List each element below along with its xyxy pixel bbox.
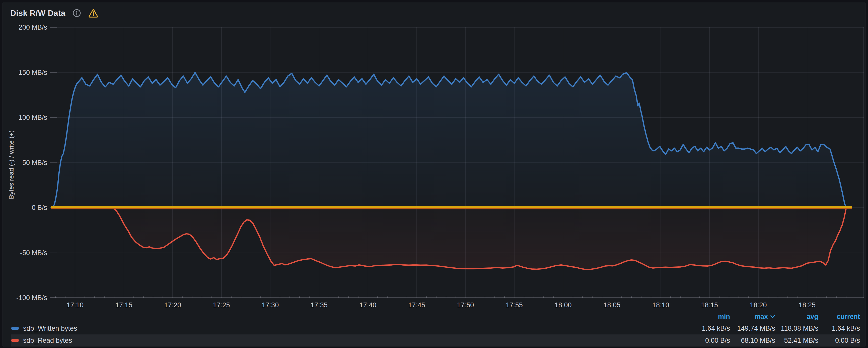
x-tick-label: 17:25 <box>204 301 239 309</box>
x-tick-label: 17:50 <box>448 301 483 309</box>
x-tick-label: 17:15 <box>106 301 142 309</box>
y-tick-label: 150 MB/s <box>19 69 47 76</box>
y-tick-label: 0 B/s <box>32 204 47 211</box>
legend-header-label: min <box>718 313 730 321</box>
x-tick-label: 17:45 <box>399 301 434 309</box>
warning-triangle-icon[interactable] <box>88 8 99 18</box>
panel-title[interactable]: Disk R/W Data <box>10 8 65 18</box>
legend-row-read[interactable]: sdb_Read bytes 0.00 B/s 68.10 MB/s 52.41… <box>11 335 860 347</box>
y-tick-label: 50 MB/s <box>22 159 47 167</box>
series-color-swatch <box>11 339 19 342</box>
grafana-page: Disk R/W Data Bytes read (-) / write (+)… <box>0 0 868 348</box>
legend-header-label: max <box>754 313 768 321</box>
legend-value-min: 1.64 kB/s <box>685 325 730 332</box>
x-tick-label: 17:30 <box>253 301 288 309</box>
y-tick-label: 100 MB/s <box>19 114 47 121</box>
x-tick-label: 17:55 <box>497 301 532 309</box>
legend-value-min: 0.00 B/s <box>685 337 730 345</box>
legend-sort-current[interactable]: current <box>818 313 860 321</box>
chevron-down-icon <box>770 315 775 318</box>
y-axis-title: Bytes read (-) / write (+) <box>7 130 15 199</box>
legend-value-current: 0.00 B/s <box>818 337 860 345</box>
legend-value-avg: 52.41 MB/s <box>775 337 818 345</box>
panel-header: Disk R/W Data <box>10 7 99 19</box>
info-icon[interactable] <box>72 9 81 17</box>
x-tick-label: 18:00 <box>546 301 581 309</box>
legend: min max avg current sdb_Written bytes <box>2 311 866 347</box>
legend-value-max: 149.74 MB/s <box>730 325 775 332</box>
legend-sort-avg[interactable]: avg <box>775 313 818 321</box>
chart-canvas[interactable] <box>50 27 864 298</box>
legend-row-written[interactable]: sdb_Written bytes 1.64 kB/s 149.74 MB/s … <box>11 322 860 335</box>
x-tick-label: 17:40 <box>350 301 385 309</box>
x-tick-label: 18:25 <box>789 301 825 309</box>
y-tick-label: -50 MB/s <box>20 249 47 257</box>
x-tick-label: 18:20 <box>741 301 776 309</box>
legend-series-label[interactable]: sdb_Written bytes <box>23 325 77 332</box>
legend-series-label[interactable]: sdb_Read bytes <box>23 337 72 345</box>
y-tick-label: 200 MB/s <box>19 24 47 31</box>
legend-value-current: 1.64 kB/s <box>818 325 860 332</box>
legend-header-label: current <box>837 313 860 321</box>
x-tick-label: 17:10 <box>57 301 93 309</box>
legend-header-row: min max avg current <box>11 311 860 322</box>
y-tick-label: -100 MB/s <box>16 294 47 301</box>
legend-sort-min[interactable]: min <box>685 313 730 321</box>
x-tick-label: 17:20 <box>155 301 190 309</box>
x-tick-label: 18:15 <box>692 301 727 309</box>
x-tick-label: 18:10 <box>643 301 678 309</box>
legend-value-avg: 118.08 MB/s <box>775 325 818 332</box>
series-color-swatch <box>11 327 19 330</box>
x-tick-label: 17:35 <box>302 301 337 309</box>
legend-header-label: avg <box>807 313 818 321</box>
x-tick-label: 18:05 <box>594 301 629 309</box>
legend-sort-max[interactable]: max <box>730 313 775 321</box>
legend-value-max: 68.10 MB/s <box>730 337 775 345</box>
